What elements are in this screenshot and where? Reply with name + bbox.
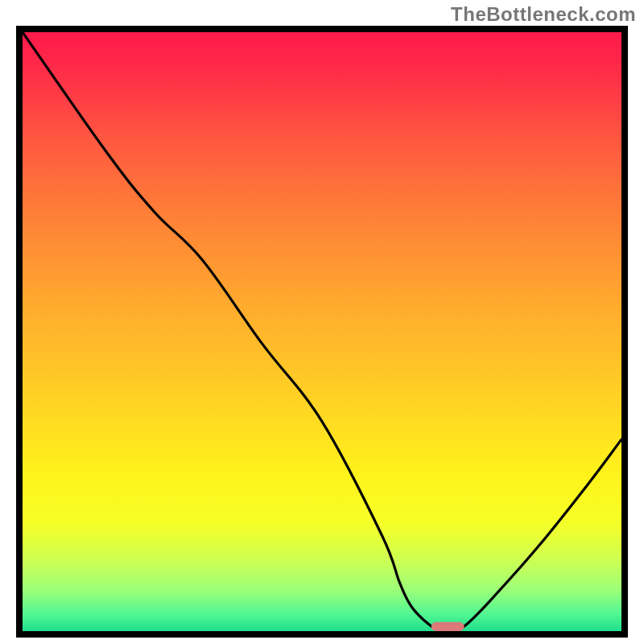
plot-svg — [23, 32, 621, 631]
chart-container: TheBottleneck.com — [0, 0, 644, 644]
gradient-background — [23, 32, 621, 631]
target-marker — [431, 622, 464, 631]
plot-frame — [16, 26, 628, 638]
watermark-text: TheBottleneck.com — [451, 3, 636, 26]
plot-area — [23, 32, 621, 631]
